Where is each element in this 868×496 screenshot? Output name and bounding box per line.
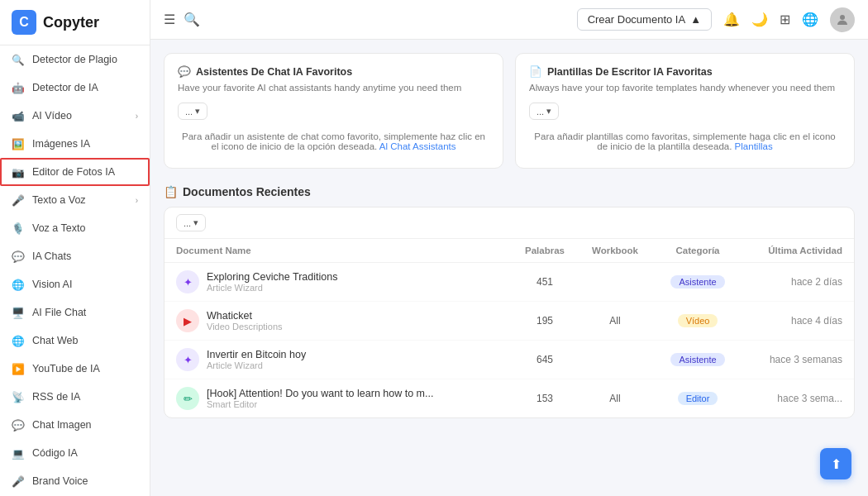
templates-card-dots: ... ▾ <box>529 103 841 120</box>
sidebar-item-ia-chats[interactable]: 💬 IA Chats <box>0 242 150 270</box>
doc-subtitle: Article Wizard <box>207 283 337 293</box>
topbar-left: ☰ 🔍 <box>164 12 200 27</box>
sidebar-item-label: RSS de IA <box>32 391 80 403</box>
doc-type-icon: ✦ <box>176 348 199 371</box>
bell-icon[interactable]: 🔔 <box>723 12 740 27</box>
categoria-badge: Editor <box>678 392 718 405</box>
col-name: Document Name <box>176 246 512 255</box>
sidebar-item-label: Editor de Fotos IA <box>32 166 115 178</box>
table-row[interactable]: ✦ Exploring Ceviche Traditions Article W… <box>165 263 854 302</box>
sidebar-item-vision-ai[interactable]: 🌐 Vision AI <box>0 270 150 298</box>
hamburger-icon[interactable]: ☰ <box>164 12 175 27</box>
sidebar-item-ai-file-chat[interactable]: 🖥️ AI File Chat <box>0 298 150 327</box>
chat-assistants-link[interactable]: Al Chat Assistants <box>379 141 456 151</box>
docs-toolbar: ... ▾ <box>165 207 854 239</box>
logo-area[interactable]: C Copyter <box>0 0 150 45</box>
chat-favorites-card: 💬 Asistentes De Chat IA Favoritos Have y… <box>164 53 503 169</box>
doc-workbook: All <box>578 315 652 327</box>
categoria-badge: Asistente <box>670 275 724 289</box>
doc-name-cell: ✦ Invertir en Bitcoin hoy Article Wizard <box>176 348 512 371</box>
sidebar-item-brand-voice[interactable]: 🎤 Brand Voice <box>0 467 150 495</box>
globe-icon[interactable]: 🌐 <box>802 12 818 27</box>
doc-name-cell: ✏ [Hook] Attention! Do you want to learn… <box>176 387 512 410</box>
chevron-right-icon: › <box>136 196 138 205</box>
sidebar-item-imagenes-ia[interactable]: 🖼️ Imágenes IA <box>0 130 150 158</box>
col-categoria: Categoría <box>652 246 743 255</box>
sidebar-item-chat-imagen[interactable]: 💬 Chat Imagen <box>0 411 150 439</box>
sidebar-item-label: AI Vídeo <box>32 110 72 122</box>
doc-actividad: hace 3 semanas <box>743 354 842 365</box>
sidebar-item-detector-ia[interactable]: 🤖 Detector de IA <box>0 74 150 102</box>
vision-ai-icon: 🌐 <box>12 278 25 291</box>
topbar: ☰ 🔍 Crear Documento IA ▲ 🔔 🌙 ⊞ 🌐 <box>150 0 868 40</box>
doc-title: Whaticket <box>207 310 283 322</box>
col-workbook: Workbook <box>578 246 652 255</box>
sidebar-item-label: Detector de IA <box>32 82 98 93</box>
templates-card-subtitle: Always have your top favorite templates … <box>529 83 841 93</box>
templates-card-icon: 📄 <box>529 65 542 78</box>
avatar[interactable] <box>830 7 855 32</box>
sidebar-item-voz-texto[interactable]: 🎙️ Voz a Texto <box>0 214 150 242</box>
table-row[interactable]: ▶ Whaticket Video Descriptions 195 All V… <box>165 302 854 341</box>
moon-icon[interactable]: 🌙 <box>751 12 768 27</box>
main-content: ☰ 🔍 Crear Documento IA ▲ 🔔 🌙 ⊞ 🌐 💬 <box>150 0 868 496</box>
chat-card-icon: 💬 <box>178 65 191 78</box>
sidebar-item-chat-web[interactable]: 🌐 Chat Web <box>0 327 150 355</box>
col-palabras: Palabras <box>512 246 578 255</box>
scroll-top-button[interactable]: ⬆ <box>820 448 851 479</box>
search-icon[interactable]: 🔍 <box>184 12 200 27</box>
documents-table: ... ▾ Document Name Palabras Workbook Ca… <box>164 207 855 418</box>
templates-dots-btn[interactable]: ... ▾ <box>529 103 559 120</box>
doc-palabras: 195 <box>512 315 578 327</box>
sidebar-item-label: IA Chats <box>32 250 71 262</box>
topbar-right: Crear Documento IA ▲ 🔔 🌙 ⊞ 🌐 <box>577 7 855 32</box>
sidebar-item-detector-plagio[interactable]: 🔍 Detector de Plagio <box>0 45 150 74</box>
brand-voice-icon: 🎤 <box>12 475 25 488</box>
sidebar-item-texto-voz[interactable]: 🎤 Texto a Voz › <box>0 186 150 214</box>
doc-title: Exploring Ceviche Traditions <box>207 271 337 283</box>
section-title: Documentos Recientes <box>183 185 311 198</box>
doc-title: Invertir en Bitcoin hoy <box>207 349 306 360</box>
rss-ia-icon: 📡 <box>12 390 25 403</box>
crear-btn-label: Crear Documento IA <box>588 13 686 26</box>
categoria-badge: Vídeo <box>678 314 718 327</box>
detector-ia-icon: 🤖 <box>12 81 25 94</box>
texto-voz-icon: 🎤 <box>12 193 25 207</box>
favorites-section: 💬 Asistentes De Chat IA Favoritos Have y… <box>164 53 855 169</box>
doc-categoria: Asistente <box>652 275 743 289</box>
sidebar-item-rss-ia[interactable]: 📡 RSS de IA <box>0 383 150 411</box>
sidebar-item-ai-video[interactable]: 📹 AI Vídeo › <box>0 102 150 130</box>
doc-palabras: 153 <box>512 393 578 404</box>
sidebar: C Copyter 🔍 Detector de Plagio 🤖 Detecto… <box>0 0 150 496</box>
table-row[interactable]: ✏ [Hook] Attention! Do you want to learn… <box>165 379 854 417</box>
table-row[interactable]: ✦ Invertir en Bitcoin hoy Article Wizard… <box>165 341 854 379</box>
sidebar-item-label: Detector de Plagio <box>32 54 117 65</box>
sidebar-item-label: Voz a Texto <box>32 222 85 234</box>
sidebar-item-codigo-ia[interactable]: 💻 Código IA <box>0 439 150 467</box>
fullscreen-icon[interactable]: ⊞ <box>780 12 790 27</box>
recent-docs-header: 📋 Documentos Recientes <box>164 185 855 198</box>
chat-dots-btn[interactable]: ... ▾ <box>178 103 207 120</box>
docs-section-icon: 📋 <box>164 185 178 198</box>
sidebar-item-label: Vision AI <box>32 279 72 290</box>
doc-name-cell: ✦ Exploring Ceviche Traditions Article W… <box>176 270 512 293</box>
doc-title: [Hook] Attention! Do you want to learn h… <box>207 388 433 399</box>
chat-card-empty: Para añadir un asistente de chat como fa… <box>178 131 489 151</box>
logo-icon: C <box>12 10 36 35</box>
ai-video-icon: 📹 <box>12 109 25 122</box>
doc-name-cell: ▶ Whaticket Video Descriptions <box>176 309 512 332</box>
sidebar-item-editor-fotos[interactable]: 📷 Editor de Fotos IA <box>0 158 150 186</box>
docs-dots-btn[interactable]: ... ▾ <box>176 214 206 231</box>
ia-chats-icon: 💬 <box>12 250 25 263</box>
crear-documento-btn[interactable]: Crear Documento IA ▲ <box>577 8 712 31</box>
ai-file-chat-icon: 🖥️ <box>12 306 25 319</box>
sidebar-item-label: YouTube de IA <box>32 363 100 374</box>
categoria-badge: Asistente <box>670 353 724 366</box>
doc-actividad: hace 2 días <box>743 276 842 288</box>
doc-palabras: 645 <box>512 354 578 365</box>
sidebar-item-youtube-ia[interactable]: ▶️ YouTube de IA <box>0 355 150 383</box>
sidebar-item-label: Código IA <box>32 447 78 459</box>
plantillas-link[interactable]: Plantillas <box>735 141 773 151</box>
table-header: Document Name Palabras Workbook Categorí… <box>165 239 854 263</box>
detector-plagio-icon: 🔍 <box>12 53 25 66</box>
